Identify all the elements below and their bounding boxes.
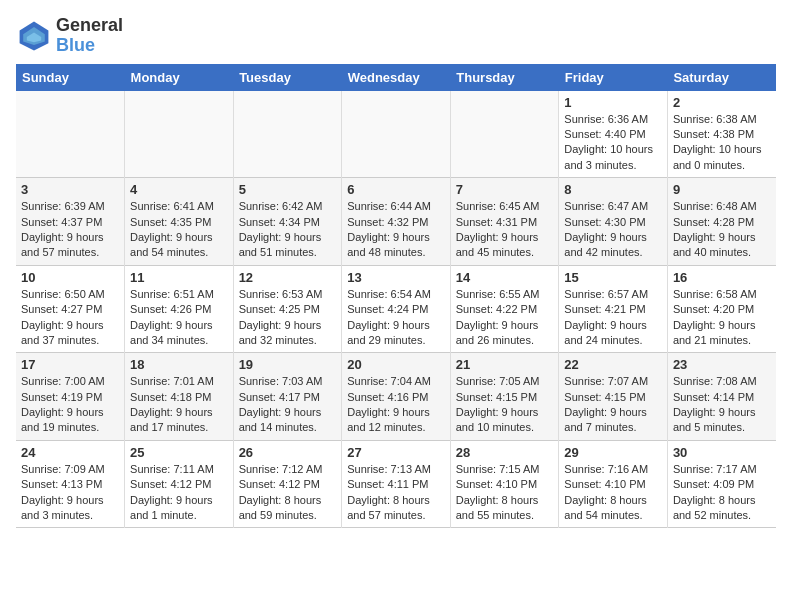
calendar-header: SundayMondayTuesdayWednesdayThursdayFrid… [16, 64, 776, 91]
calendar-cell: 20Sunrise: 7:04 AM Sunset: 4:16 PM Dayli… [342, 353, 451, 441]
day-info: Sunrise: 7:11 AM Sunset: 4:12 PM Dayligh… [130, 462, 228, 524]
day-number: 8 [564, 182, 662, 197]
calendar-cell: 19Sunrise: 7:03 AM Sunset: 4:17 PM Dayli… [233, 353, 342, 441]
calendar-cell: 2Sunrise: 6:38 AM Sunset: 4:38 PM Daylig… [667, 91, 776, 178]
day-number: 22 [564, 357, 662, 372]
logo-icon [16, 18, 52, 54]
day-number: 7 [456, 182, 554, 197]
day-info: Sunrise: 6:51 AM Sunset: 4:26 PM Dayligh… [130, 287, 228, 349]
calendar-cell: 30Sunrise: 7:17 AM Sunset: 4:09 PM Dayli… [667, 440, 776, 528]
day-info: Sunrise: 7:08 AM Sunset: 4:14 PM Dayligh… [673, 374, 771, 436]
calendar-cell: 6Sunrise: 6:44 AM Sunset: 4:32 PM Daylig… [342, 178, 451, 266]
day-number: 11 [130, 270, 228, 285]
day-header-saturday: Saturday [667, 64, 776, 91]
calendar-cell [16, 91, 125, 178]
day-info: Sunrise: 7:09 AM Sunset: 4:13 PM Dayligh… [21, 462, 119, 524]
day-info: Sunrise: 7:13 AM Sunset: 4:11 PM Dayligh… [347, 462, 445, 524]
day-number: 16 [673, 270, 771, 285]
day-info: Sunrise: 7:04 AM Sunset: 4:16 PM Dayligh… [347, 374, 445, 436]
calendar-cell: 18Sunrise: 7:01 AM Sunset: 4:18 PM Dayli… [125, 353, 234, 441]
day-number: 23 [673, 357, 771, 372]
day-number: 5 [239, 182, 337, 197]
day-number: 3 [21, 182, 119, 197]
day-info: Sunrise: 6:48 AM Sunset: 4:28 PM Dayligh… [673, 199, 771, 261]
day-number: 17 [21, 357, 119, 372]
day-number: 24 [21, 445, 119, 460]
calendar-cell: 12Sunrise: 6:53 AM Sunset: 4:25 PM Dayli… [233, 265, 342, 353]
day-info: Sunrise: 6:38 AM Sunset: 4:38 PM Dayligh… [673, 112, 771, 174]
day-info: Sunrise: 7:05 AM Sunset: 4:15 PM Dayligh… [456, 374, 554, 436]
calendar-cell: 15Sunrise: 6:57 AM Sunset: 4:21 PM Dayli… [559, 265, 668, 353]
day-number: 29 [564, 445, 662, 460]
calendar-cell: 5Sunrise: 6:42 AM Sunset: 4:34 PM Daylig… [233, 178, 342, 266]
calendar-cell: 28Sunrise: 7:15 AM Sunset: 4:10 PM Dayli… [450, 440, 559, 528]
day-number: 18 [130, 357, 228, 372]
logo-text: General Blue [56, 16, 123, 56]
day-number: 20 [347, 357, 445, 372]
calendar-cell [233, 91, 342, 178]
calendar-cell: 14Sunrise: 6:55 AM Sunset: 4:22 PM Dayli… [450, 265, 559, 353]
day-info: Sunrise: 6:54 AM Sunset: 4:24 PM Dayligh… [347, 287, 445, 349]
day-number: 6 [347, 182, 445, 197]
day-number: 12 [239, 270, 337, 285]
day-info: Sunrise: 7:03 AM Sunset: 4:17 PM Dayligh… [239, 374, 337, 436]
day-info: Sunrise: 6:47 AM Sunset: 4:30 PM Dayligh… [564, 199, 662, 261]
day-info: Sunrise: 6:57 AM Sunset: 4:21 PM Dayligh… [564, 287, 662, 349]
calendar-cell: 13Sunrise: 6:54 AM Sunset: 4:24 PM Dayli… [342, 265, 451, 353]
day-number: 4 [130, 182, 228, 197]
day-number: 1 [564, 95, 662, 110]
day-info: Sunrise: 6:39 AM Sunset: 4:37 PM Dayligh… [21, 199, 119, 261]
day-header-monday: Monday [125, 64, 234, 91]
day-header-friday: Friday [559, 64, 668, 91]
calendar-cell: 22Sunrise: 7:07 AM Sunset: 4:15 PM Dayli… [559, 353, 668, 441]
day-info: Sunrise: 7:07 AM Sunset: 4:15 PM Dayligh… [564, 374, 662, 436]
day-number: 9 [673, 182, 771, 197]
header-row: SundayMondayTuesdayWednesdayThursdayFrid… [16, 64, 776, 91]
day-info: Sunrise: 7:15 AM Sunset: 4:10 PM Dayligh… [456, 462, 554, 524]
day-number: 27 [347, 445, 445, 460]
calendar-cell: 10Sunrise: 6:50 AM Sunset: 4:27 PM Dayli… [16, 265, 125, 353]
day-info: Sunrise: 6:45 AM Sunset: 4:31 PM Dayligh… [456, 199, 554, 261]
calendar-cell: 17Sunrise: 7:00 AM Sunset: 4:19 PM Dayli… [16, 353, 125, 441]
calendar-cell: 3Sunrise: 6:39 AM Sunset: 4:37 PM Daylig… [16, 178, 125, 266]
day-info: Sunrise: 7:00 AM Sunset: 4:19 PM Dayligh… [21, 374, 119, 436]
day-number: 14 [456, 270, 554, 285]
calendar-body: 1Sunrise: 6:36 AM Sunset: 4:40 PM Daylig… [16, 91, 776, 528]
calendar-cell: 21Sunrise: 7:05 AM Sunset: 4:15 PM Dayli… [450, 353, 559, 441]
week-row-3: 10Sunrise: 6:50 AM Sunset: 4:27 PM Dayli… [16, 265, 776, 353]
calendar-cell: 1Sunrise: 6:36 AM Sunset: 4:40 PM Daylig… [559, 91, 668, 178]
day-number: 28 [456, 445, 554, 460]
calendar-cell [125, 91, 234, 178]
day-number: 19 [239, 357, 337, 372]
day-info: Sunrise: 6:41 AM Sunset: 4:35 PM Dayligh… [130, 199, 228, 261]
day-info: Sunrise: 7:12 AM Sunset: 4:12 PM Dayligh… [239, 462, 337, 524]
logo: General Blue [16, 16, 123, 56]
day-info: Sunrise: 6:44 AM Sunset: 4:32 PM Dayligh… [347, 199, 445, 261]
calendar-table: SundayMondayTuesdayWednesdayThursdayFrid… [16, 64, 776, 529]
day-number: 13 [347, 270, 445, 285]
day-info: Sunrise: 6:58 AM Sunset: 4:20 PM Dayligh… [673, 287, 771, 349]
day-info: Sunrise: 6:50 AM Sunset: 4:27 PM Dayligh… [21, 287, 119, 349]
day-info: Sunrise: 6:42 AM Sunset: 4:34 PM Dayligh… [239, 199, 337, 261]
calendar-cell: 26Sunrise: 7:12 AM Sunset: 4:12 PM Dayli… [233, 440, 342, 528]
calendar-cell: 9Sunrise: 6:48 AM Sunset: 4:28 PM Daylig… [667, 178, 776, 266]
calendar-cell: 25Sunrise: 7:11 AM Sunset: 4:12 PM Dayli… [125, 440, 234, 528]
day-number: 26 [239, 445, 337, 460]
day-header-thursday: Thursday [450, 64, 559, 91]
day-number: 30 [673, 445, 771, 460]
calendar-cell: 23Sunrise: 7:08 AM Sunset: 4:14 PM Dayli… [667, 353, 776, 441]
day-header-sunday: Sunday [16, 64, 125, 91]
week-row-2: 3Sunrise: 6:39 AM Sunset: 4:37 PM Daylig… [16, 178, 776, 266]
week-row-5: 24Sunrise: 7:09 AM Sunset: 4:13 PM Dayli… [16, 440, 776, 528]
day-number: 25 [130, 445, 228, 460]
calendar-cell: 16Sunrise: 6:58 AM Sunset: 4:20 PM Dayli… [667, 265, 776, 353]
day-info: Sunrise: 7:17 AM Sunset: 4:09 PM Dayligh… [673, 462, 771, 524]
calendar-cell: 4Sunrise: 6:41 AM Sunset: 4:35 PM Daylig… [125, 178, 234, 266]
day-info: Sunrise: 6:55 AM Sunset: 4:22 PM Dayligh… [456, 287, 554, 349]
day-number: 2 [673, 95, 771, 110]
calendar-cell: 29Sunrise: 7:16 AM Sunset: 4:10 PM Dayli… [559, 440, 668, 528]
day-header-tuesday: Tuesday [233, 64, 342, 91]
day-info: Sunrise: 6:36 AM Sunset: 4:40 PM Dayligh… [564, 112, 662, 174]
calendar-cell [342, 91, 451, 178]
week-row-1: 1Sunrise: 6:36 AM Sunset: 4:40 PM Daylig… [16, 91, 776, 178]
